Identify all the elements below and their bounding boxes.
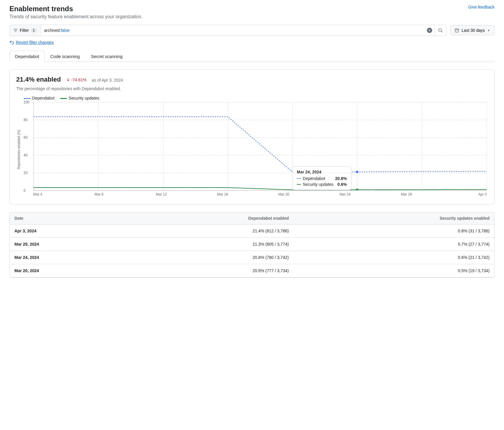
svg-rect-1 <box>455 29 459 32</box>
data-table: Date Dependabot enabled Security updates… <box>9 212 495 278</box>
dash-swatch-icon <box>24 98 30 99</box>
filter-count-badge: 1 <box>31 28 37 33</box>
page-subtitle: Trends of security feature enablement ac… <box>9 14 142 19</box>
x-tick: Apr 3 <box>462 192 487 196</box>
date-range-label: Last 30 days <box>462 28 485 33</box>
revert-label: Revert filter changes <box>16 40 54 45</box>
tab-secret-scanning[interactable]: Secret scanning <box>85 51 128 62</box>
table-row: Mar 24, 202420.8% (780 / 3,742)0.6% (21 … <box>10 251 494 264</box>
chevron-down-icon: ▼ <box>487 29 490 32</box>
date-range-button[interactable]: Last 30 days ▼ <box>450 25 495 35</box>
tooltip-s1-value: 20.8% <box>335 176 347 181</box>
table-row: Mar 20, 202420.8% (777 / 3,734)0.5% (19 … <box>10 264 494 277</box>
x-axis-ticks: Mar 4Mar 8Mar 12Mar 16Mar 20Mar 24Mar 29… <box>33 192 487 196</box>
chart-legend: Dependabot Security updates <box>24 96 488 100</box>
solid-swatch-icon <box>60 98 67 99</box>
clear-search-button[interactable]: ✕ <box>425 25 435 35</box>
calendar-icon <box>455 28 459 33</box>
legend-security[interactable]: Security updates <box>60 96 99 100</box>
x-tick: Mar 4 <box>33 192 94 196</box>
metric-description: The percentage of repositories with Depe… <box>16 86 488 91</box>
chart-plot-area[interactable]: Mar 24, 2024 Dependabot 20.8% Security u… <box>33 102 487 191</box>
cell-security: 0.8% (31 / 3,786) <box>294 224 494 238</box>
revert-filter-link[interactable]: Revert filter changes <box>9 40 54 45</box>
search-button[interactable] <box>435 25 446 36</box>
give-feedback-link[interactable]: Give feedback <box>468 5 495 9</box>
cell-date: Mar 29, 2024 <box>10 238 125 251</box>
page-title: Enablement trends <box>9 5 142 13</box>
metric-headline: 21.4% enabled <box>16 76 61 83</box>
x-tick: Mar 20 <box>278 192 339 196</box>
cell-dependabot: 20.8% (777 / 3,734) <box>125 264 294 277</box>
tabs: Dependabot Code scanning Secret scanning <box>9 51 495 62</box>
tooltip-s1-label: Dependabot <box>303 176 325 181</box>
search-input[interactable]: archived:false <box>41 26 425 35</box>
tooltip-date: Mar 24, 2024 <box>297 170 347 174</box>
dash-swatch-icon <box>297 178 301 179</box>
x-circle-icon: ✕ <box>427 28 432 33</box>
solid-swatch-icon <box>297 184 301 185</box>
metric-delta-value: -74.61% <box>71 77 87 82</box>
cell-security: 0.7% (27 / 3,774) <box>294 238 494 251</box>
x-tick: Mar 12 <box>156 192 217 196</box>
search-value: false <box>61 28 70 33</box>
tooltip-s2-value: 0.6% <box>337 182 347 187</box>
y-tick: 0 <box>24 188 26 193</box>
cell-security: 0.6% (21 / 3,742) <box>294 251 494 264</box>
table-row: Apr 3, 202421.4% (812 / 3,786)0.8% (31 /… <box>10 224 494 238</box>
metric-delta: -74.61% <box>66 77 87 82</box>
cell-security: 0.5% (19 / 3,734) <box>294 264 494 277</box>
cell-dependabot: 20.8% (780 / 3,742) <box>125 251 294 264</box>
col-dependabot[interactable]: Dependabot enabled <box>125 212 294 224</box>
y-tick: 40 <box>24 153 27 157</box>
table-row: Mar 29, 202421.3% (805 / 3,774)0.7% (27 … <box>10 238 494 251</box>
filter-label: Filter <box>20 28 29 33</box>
col-security[interactable]: Security updates enabled <box>294 212 494 224</box>
y-axis-label: Repositories enabled (%) <box>16 130 21 169</box>
chart-tooltip: Mar 24, 2024 Dependabot 20.8% Security u… <box>292 166 351 190</box>
x-tick: Mar 24 <box>340 192 401 196</box>
y-tick: 80 <box>24 118 27 122</box>
undo-icon <box>9 40 14 45</box>
search-key: archived: <box>44 28 61 33</box>
legend-dependabot[interactable]: Dependabot <box>24 96 54 100</box>
tab-code-scanning[interactable]: Code scanning <box>45 51 85 62</box>
arrow-down-icon <box>66 78 70 82</box>
cell-dependabot: 21.4% (812 / 3,786) <box>125 224 294 238</box>
cell-date: Mar 24, 2024 <box>10 251 125 264</box>
y-tick: 60 <box>24 135 27 140</box>
col-date[interactable]: Date <box>10 212 125 224</box>
cell-date: Apr 3, 2024 <box>10 224 125 238</box>
y-tick: 20 <box>24 171 27 175</box>
tab-dependabot[interactable]: Dependabot <box>9 51 45 62</box>
tooltip-s2-label: Security updates <box>303 182 333 187</box>
search-bar[interactable]: archived:false ✕ <box>40 25 447 36</box>
cell-date: Mar 20, 2024 <box>10 264 125 277</box>
x-tick: Mar 8 <box>94 192 156 196</box>
filter-icon <box>13 28 18 33</box>
x-tick: Mar 29 <box>401 192 462 196</box>
chart-card: 21.4% enabled -74.61% as of Apr 3, 2024 … <box>9 70 495 204</box>
x-tick: Mar 16 <box>217 192 278 196</box>
cell-dependabot: 21.3% (805 / 3,774) <box>125 238 294 251</box>
metric-asof: as of Apr 3, 2024 <box>92 78 123 82</box>
y-tick: 100 <box>24 100 29 104</box>
filter-button[interactable]: Filter 1 <box>9 25 40 36</box>
search-icon <box>438 28 443 33</box>
